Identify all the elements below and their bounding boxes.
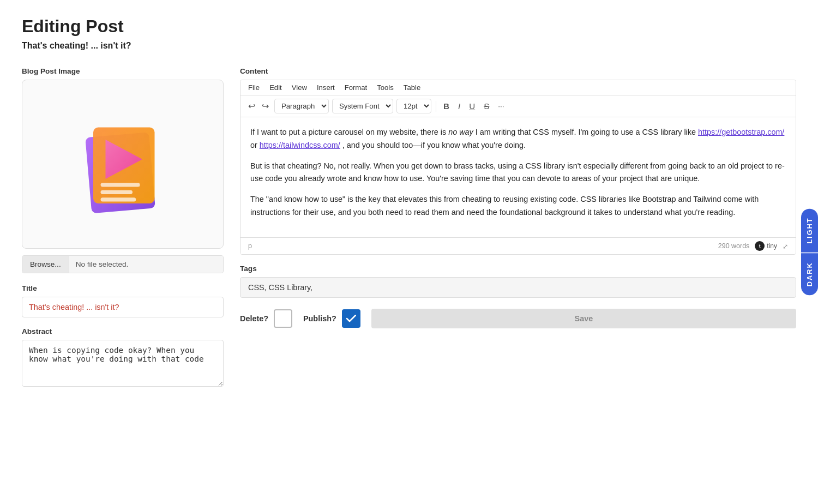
blog-post-image-label: Blog Post Image xyxy=(22,67,224,75)
page-subtitle: That's cheating! ... isn't it? xyxy=(22,41,796,51)
save-button[interactable]: Save xyxy=(371,309,796,328)
underline-button[interactable]: U xyxy=(466,100,478,112)
menu-table[interactable]: Table xyxy=(404,83,420,92)
more-button[interactable]: ··· xyxy=(495,100,507,112)
left-panel: Blog Post Image xyxy=(22,67,224,399)
tailwind-link[interactable]: https://tailwindcss.com/ xyxy=(260,141,340,149)
tiny-label: tiny xyxy=(767,242,777,250)
abstract-field-group: Abstract xyxy=(22,327,224,389)
italic-button[interactable]: I xyxy=(455,100,463,112)
bootstrap-link[interactable]: https://getbootstrap.com/ xyxy=(698,128,784,136)
expand-icon[interactable]: ⤢ xyxy=(783,242,788,250)
paragraph-1: If I want to put a picture carousel on m… xyxy=(250,126,786,152)
svg-rect-5 xyxy=(101,197,136,201)
file-browse-row: Browse... No file selected. xyxy=(22,255,224,273)
light-mode-toggle[interactable]: LIGHT xyxy=(801,208,818,252)
browse-button[interactable]: Browse... xyxy=(22,256,69,273)
editor-menubar: File Edit View Insert Format Tools Table xyxy=(240,80,796,95)
content-label: Content xyxy=(240,67,796,75)
word-count: 290 words xyxy=(718,242,750,250)
tags-label: Tags xyxy=(240,265,796,273)
tiny-circle-icon: t xyxy=(755,241,765,251)
abstract-label: Abstract xyxy=(22,327,224,335)
tags-input[interactable] xyxy=(240,277,796,298)
svg-rect-4 xyxy=(101,190,133,194)
paragraph-2: But is that cheating? No, not really. Wh… xyxy=(250,160,786,186)
menu-insert[interactable]: Insert xyxy=(317,83,335,92)
footer-tag: p xyxy=(248,242,252,250)
title-field-group: Title xyxy=(22,284,224,317)
menu-edit[interactable]: Edit xyxy=(269,83,282,92)
delete-label: Delete? xyxy=(240,314,268,323)
toolbar-divider-1 xyxy=(436,101,436,112)
publish-group: Publish? xyxy=(303,309,360,328)
menu-view[interactable]: View xyxy=(292,83,307,92)
editor-container: File Edit View Insert Format Tools Table… xyxy=(240,80,796,255)
bold-button[interactable]: B xyxy=(441,100,452,112)
blog-post-icon xyxy=(74,110,172,219)
size-select[interactable]: 12pt xyxy=(396,99,431,113)
svg-rect-3 xyxy=(101,183,140,187)
right-panel: Content File Edit View Insert Format Too… xyxy=(240,67,796,328)
side-toggle: LIGHT DARK xyxy=(801,208,818,295)
editor-body[interactable]: If I want to put a picture carousel on m… xyxy=(240,117,796,237)
paragraph-select[interactable]: Paragraph xyxy=(274,99,329,113)
delete-checkbox[interactable] xyxy=(274,309,292,328)
menu-file[interactable]: File xyxy=(248,83,260,92)
bottom-row: Delete? Publish? Save xyxy=(240,309,796,328)
page-title: Editing Post xyxy=(22,16,796,37)
publish-checkbox[interactable] xyxy=(342,309,360,328)
title-label: Title xyxy=(22,284,224,292)
undo-redo-group: ↩ ↪ xyxy=(246,100,271,112)
editor-toolbar: ↩ ↪ Paragraph System Font 12pt B I U S ·… xyxy=(240,95,796,117)
menu-format[interactable]: Format xyxy=(345,83,368,92)
font-select[interactable]: System Font xyxy=(332,99,393,113)
menu-tools[interactable]: Tools xyxy=(377,83,394,92)
abstract-textarea[interactable] xyxy=(22,340,224,387)
checkmark-icon xyxy=(346,315,356,322)
editor-footer: p 290 words t tiny ⤢ xyxy=(240,237,796,254)
redo-button[interactable]: ↪ xyxy=(260,100,271,112)
tiny-logo: t tiny xyxy=(755,241,777,251)
title-input[interactable] xyxy=(22,297,224,317)
dark-mode-toggle[interactable]: DARK xyxy=(801,254,818,296)
blog-post-image-box xyxy=(22,80,224,249)
delete-group: Delete? xyxy=(240,309,292,328)
file-name-display: No file selected. xyxy=(69,256,223,273)
paragraph-3: The "and know how to use" is the key tha… xyxy=(250,193,786,219)
strikethrough-button[interactable]: S xyxy=(481,100,492,112)
undo-button[interactable]: ↩ xyxy=(246,100,257,112)
publish-label: Publish? xyxy=(303,314,336,323)
